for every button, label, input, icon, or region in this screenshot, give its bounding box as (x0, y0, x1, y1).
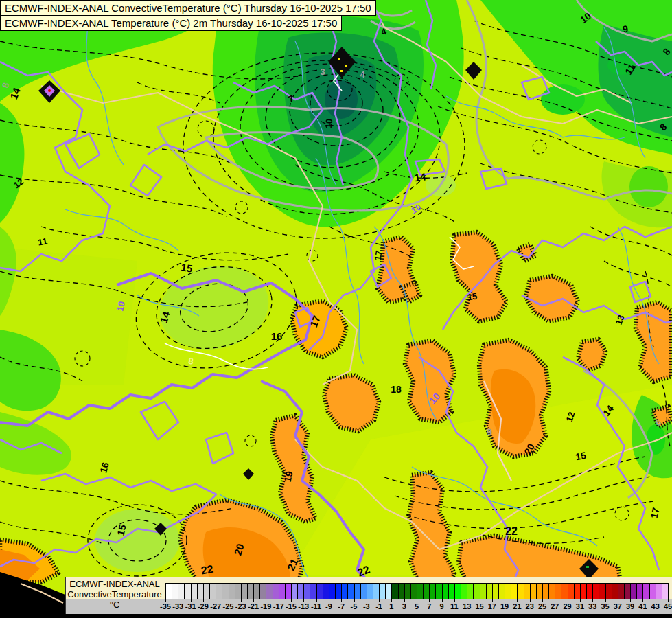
legend-tick-label: 41 (638, 602, 647, 610)
legend-tick-label: 15 (475, 602, 483, 610)
legend-tick-label: 23 (526, 602, 534, 610)
legend-tick-label: -11 (311, 602, 321, 610)
legend-tick-label: 19 (500, 602, 509, 610)
legend-tick-label: -27 (210, 602, 221, 610)
legend-tick-label: -31 (185, 602, 196, 610)
legend-tick-label: -25 (223, 602, 234, 610)
legend-tick-label: 37 (614, 602, 622, 610)
legend-tick-label: -29 (198, 602, 209, 610)
legend-tick-label: 7 (427, 602, 431, 610)
legend-tick-label: 31 (576, 602, 584, 610)
legend-tick-label: 3 (402, 602, 406, 610)
legend-units: °C (66, 599, 163, 610)
legend-tick-label: 5 (415, 602, 419, 610)
legend-tick-label: 43 (651, 602, 660, 610)
legend-tick-label: -23 (235, 602, 246, 610)
legend-tick-label: 25 (538, 602, 546, 610)
legend-color-cell (662, 583, 669, 599)
weather-map-app: 1415141617171819202122222220141517151213… (0, 0, 672, 618)
legend-tick-label: 45 (664, 602, 672, 610)
legend-tick-label: -21 (248, 602, 259, 610)
legend-tick-label: 1 (389, 602, 393, 610)
legend-tick-label: -33 (172, 602, 183, 610)
legend-tick-label: 27 (551, 602, 559, 610)
legend-tick-label: 39 (626, 602, 634, 610)
title-box: ECMWF-INDEX-ANAL ConvectiveTemperature (… (0, 0, 376, 31)
title-line-1: ECMWF-INDEX-ANAL ConvectiveTemperature (… (0, 0, 376, 16)
legend-tick-label: -9 (325, 602, 332, 610)
legend-tick-label: -13 (298, 602, 309, 610)
legend-tick-label: 17 (488, 602, 496, 610)
legend-model-name: ECMWF-INDEX-ANAL (66, 579, 163, 589)
legend-tick-label: 29 (563, 602, 571, 610)
legend: ECMWF-INDEX-ANAL ConvectiveTemperature °… (65, 577, 672, 614)
map-canvas (0, 0, 672, 618)
legend-titles: ECMWF-INDEX-ANAL ConvectiveTemperature °… (66, 579, 163, 610)
legend-tick-label: 35 (601, 602, 609, 610)
legend-tick-label: 11 (450, 602, 459, 610)
legend-tick-label: -15 (286, 602, 297, 610)
legend-parameter-name: ConvectiveTemperature (66, 589, 163, 599)
legend-tick-label: -7 (338, 602, 345, 610)
legend-tick-label: 13 (463, 602, 471, 610)
title-line-2: ECMWF-INDEX-ANAL Temperature (°C) 2m Thu… (0, 15, 342, 31)
legend-tick-label: -19 (260, 602, 271, 610)
legend-tick-label: -5 (351, 602, 358, 610)
legend-tick-label: 33 (588, 602, 596, 610)
legend-tick-label: -17 (273, 602, 284, 610)
legend-tick-label: -35 (160, 602, 171, 610)
legend-tick-label: 21 (513, 602, 521, 610)
legend-tick-label: 9 (440, 602, 444, 610)
legend-tick-label: -1 (375, 602, 382, 610)
legend-tick-label: -3 (363, 602, 370, 610)
